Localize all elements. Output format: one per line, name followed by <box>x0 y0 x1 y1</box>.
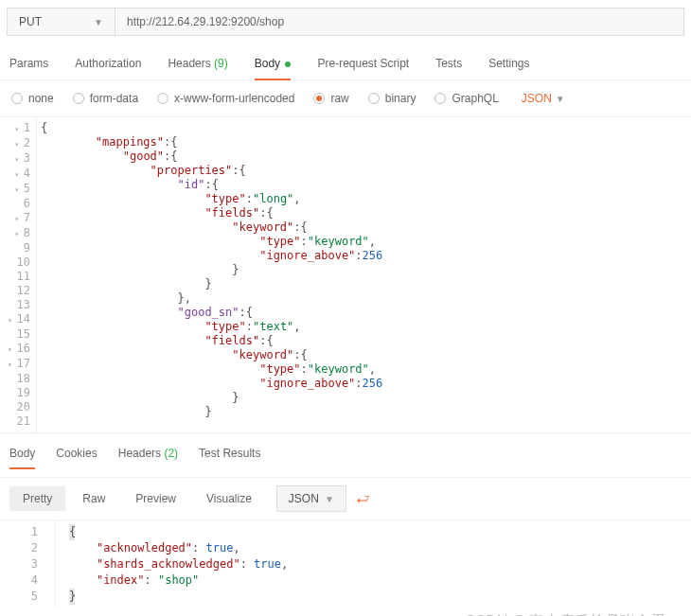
tab-tests[interactable]: Tests <box>435 57 462 79</box>
radio-icon <box>313 93 325 104</box>
wrap-lines-icon[interactable]: ⮐ <box>356 491 369 506</box>
resp-headers-count: (2) <box>164 447 178 460</box>
tab-prerequest[interactable]: Pre-request Script <box>317 57 409 79</box>
view-visualize[interactable]: Visualize <box>193 486 265 511</box>
tab-settings[interactable]: Settings <box>488 57 529 79</box>
url-bar: PUT ▼ http://212.64.29.192:9200/shop <box>7 8 684 36</box>
tab-body[interactable]: Body <box>255 57 292 79</box>
radio-icon <box>11 93 23 104</box>
url-input[interactable]: http://212.64.29.192:9200/shop <box>115 8 684 36</box>
body-indicator-icon <box>285 62 291 67</box>
response-tabs: Body Cookies Headers (2) Test Results <box>0 433 691 478</box>
tab-headers-label: Headers <box>168 57 210 70</box>
response-editor[interactable]: 12345 { "acknowledged": true, "shards_ac… <box>0 520 691 608</box>
radio-graphql[interactable]: GraphQL <box>434 92 498 105</box>
radio-binary[interactable]: binary <box>368 92 416 105</box>
tab-headers-count: (9) <box>214 57 228 70</box>
resp-tab-cookies[interactable]: Cookies <box>56 447 97 477</box>
tab-body-label: Body <box>255 57 280 70</box>
radio-icon <box>434 93 446 104</box>
resp-headers-label: Headers <box>118 447 161 460</box>
chevron-down-icon: ▼ <box>325 494 334 504</box>
radio-formdata[interactable]: form-data <box>73 92 138 105</box>
response-format-select[interactable]: JSON▼ <box>276 485 346 512</box>
method-select[interactable]: PUT ▼ <box>7 8 115 36</box>
view-pretty[interactable]: Pretty <box>9 486 65 511</box>
watermark: CSDN @富士康质检员张全蛋 <box>0 612 691 616</box>
view-preview[interactable]: Preview <box>122 486 189 511</box>
method-value: PUT <box>19 15 42 28</box>
body-format-select[interactable]: JSON▼ <box>522 92 565 105</box>
chevron-down-icon: ▼ <box>94 17 103 27</box>
tab-authorization[interactable]: Authorization <box>75 57 141 79</box>
url-value: http://212.64.29.192:9200/shop <box>127 15 284 28</box>
chevron-down-icon: ▼ <box>556 94 565 104</box>
radio-xwww[interactable]: x-www-form-urlencoded <box>157 92 294 105</box>
resp-tab-headers[interactable]: Headers (2) <box>118 447 178 477</box>
tab-params[interactable]: Params <box>9 57 48 79</box>
radio-none[interactable]: none <box>11 92 54 105</box>
request-tabs: Params Authorization Headers (9) Body Pr… <box>0 36 691 80</box>
tab-headers[interactable]: Headers (9) <box>168 57 227 79</box>
radio-icon <box>368 93 380 104</box>
radio-icon <box>73 93 84 104</box>
request-editor[interactable]: 123456789101112131415161718192021 { "map… <box>0 117 691 433</box>
radio-icon <box>157 93 168 104</box>
radio-raw[interactable]: raw <box>313 92 348 105</box>
code-area[interactable]: { "mappings":{ "good":{ "properties":{ "… <box>36 117 691 432</box>
view-mode-row: Pretty Raw Preview Visualize JSON▼ ⮐ <box>0 478 691 520</box>
body-type-row: none form-data x-www-form-urlencoded raw… <box>0 80 691 117</box>
line-gutter: 12345 <box>0 520 55 608</box>
code-area[interactable]: { "acknowledged": true, "shards_acknowle… <box>55 520 691 608</box>
view-raw[interactable]: Raw <box>69 486 118 511</box>
resp-tab-body[interactable]: Body <box>9 447 35 477</box>
line-gutter: 123456789101112131415161718192021 <box>0 117 36 432</box>
resp-tab-testresults[interactable]: Test Results <box>199 447 260 477</box>
